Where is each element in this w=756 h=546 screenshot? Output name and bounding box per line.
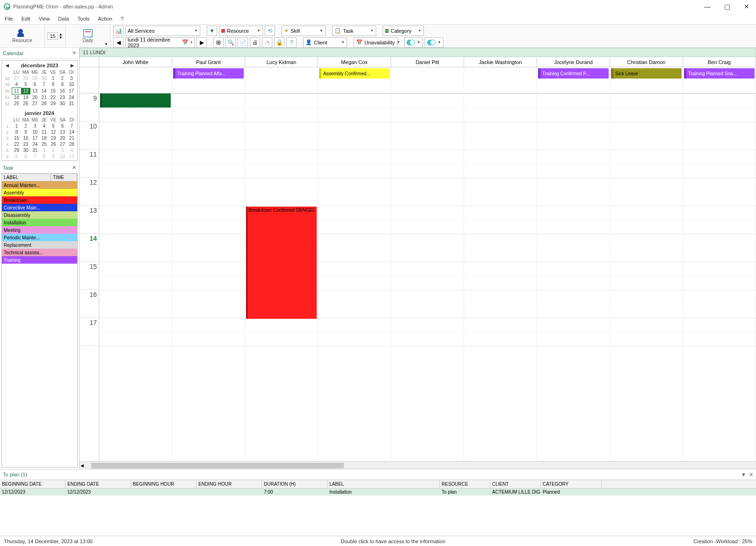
cal-day[interactable]: 11 <box>40 129 49 135</box>
cal-day[interactable]: 4 <box>40 123 49 129</box>
cal-day[interactable]: 21 <box>67 135 76 141</box>
resource-header-cell[interactable]: Paul Grant <box>172 57 245 67</box>
cal-day[interactable]: 6 <box>58 123 67 129</box>
unavailability-dropdown[interactable]: 📅Unavailability▼ <box>354 37 398 48</box>
cal-day[interactable]: 20 <box>30 94 40 101</box>
menu-tools[interactable]: Tools <box>78 16 90 22</box>
cal-day[interactable]: 4 <box>67 147 76 153</box>
toplan-col-header[interactable]: DURATION (H) <box>262 480 327 488</box>
allday-event[interactable]: Training Confirmed P... <box>538 68 609 79</box>
task-item[interactable]: Breakdown <box>2 196 77 204</box>
resource-header-cell[interactable]: Christian Damon <box>610 57 683 67</box>
task-dropdown[interactable]: 📋Task▼ <box>332 26 376 36</box>
cal-day[interactable]: 27 <box>30 101 40 107</box>
cal-day[interactable]: 29 <box>30 75 40 81</box>
next-button[interactable]: ▶ <box>196 37 207 48</box>
toplan-col-header[interactable]: CATEGORY <box>541 480 602 488</box>
minimize-button[interactable]: ― <box>702 3 713 10</box>
cal-day[interactable]: 18 <box>12 94 22 101</box>
menu-help[interactable]: ? <box>121 16 124 22</box>
cal-day[interactable]: 25 <box>40 141 49 147</box>
cal-day[interactable]: 31 <box>67 101 76 107</box>
cal-day[interactable]: 29 <box>49 101 58 107</box>
cal-day[interactable]: 30 <box>58 101 67 107</box>
cal-day[interactable]: 7 <box>67 123 76 129</box>
chart-icon[interactable]: 📊 <box>113 26 124 36</box>
cal-day[interactable]: 9 <box>49 153 58 159</box>
task-item[interactable]: Assembly <box>2 189 77 196</box>
lock-icon[interactable]: 🔒 <box>274 37 284 48</box>
menu-view[interactable]: View <box>39 16 50 22</box>
to-plan-collapse-icon[interactable]: ▼ <box>741 472 746 478</box>
toplan-col-header[interactable]: CLIENT <box>490 480 541 488</box>
task-item[interactable]: Annual Mainten... <box>2 181 77 189</box>
cal-day[interactable]: 28 <box>67 141 76 147</box>
cal-day[interactable]: 3 <box>58 147 67 153</box>
help-icon[interactable]: ? <box>286 37 297 48</box>
cal-day[interactable]: 1 <box>12 123 22 129</box>
menu-action[interactable]: Action <box>98 16 112 22</box>
cal-day[interactable]: 19 <box>21 94 30 101</box>
cal-day[interactable]: 24 <box>67 94 76 101</box>
cal-day[interactable]: 26 <box>49 141 58 147</box>
task-item[interactable]: Replacement <box>2 241 77 249</box>
task-col-label[interactable]: LABEL <box>2 174 51 181</box>
cal-day[interactable]: 26 <box>21 101 30 107</box>
cal-day[interactable]: 16 <box>21 135 30 141</box>
cal-day[interactable]: 1 <box>40 147 49 153</box>
cal-day[interactable]: 25 <box>12 101 22 107</box>
cal-day[interactable]: 13 <box>58 129 67 135</box>
to-plan-close-icon[interactable]: ✕ <box>749 472 753 478</box>
task-close-icon[interactable]: ✕ <box>72 165 76 171</box>
cal-day[interactable]: 2 <box>58 75 67 81</box>
cal-day[interactable]: 20 <box>58 135 67 141</box>
task-col-time[interactable]: TIME <box>51 174 77 181</box>
cal-day[interactable]: 10 <box>58 153 67 159</box>
cal-day[interactable]: 5 <box>49 123 58 129</box>
resource-header-cell[interactable]: Jocelyne Durand <box>537 57 610 67</box>
maximize-button[interactable]: ▢ <box>721 3 733 10</box>
allday-event[interactable]: Sick Leave <box>611 68 682 79</box>
cal-day[interactable]: 30 <box>39 75 49 81</box>
cal-day[interactable]: 16 <box>58 88 67 94</box>
client-dropdown[interactable]: 👤Client▼ <box>303 37 347 48</box>
cal-day[interactable]: 3 <box>67 75 76 81</box>
calendar-close-icon[interactable]: ✕ <box>72 50 76 56</box>
resource-header-cell[interactable]: Lucy Kidman <box>245 57 318 67</box>
cal-day[interactable]: 4 <box>12 81 22 88</box>
cal-day[interactable]: 15 <box>12 135 22 141</box>
cal-day[interactable]: 18 <box>40 135 49 141</box>
cal-day[interactable]: 22 <box>49 94 58 101</box>
spinner-group[interactable]: 15 ▲▼ <box>45 25 65 47</box>
cal-day[interactable]: 6 <box>21 153 30 159</box>
cal-day[interactable]: 1 <box>49 75 58 81</box>
cal-day[interactable]: 8 <box>40 153 49 159</box>
cal-day[interactable]: 23 <box>21 141 30 147</box>
cal-day[interactable]: 2 <box>21 123 30 129</box>
cal-day[interactable]: 10 <box>67 81 76 88</box>
task-item[interactable]: Periodic Mainte... <box>2 234 77 241</box>
print-icon[interactable]: 🖨 <box>250 37 260 48</box>
schedule-event[interactable] <box>100 93 171 108</box>
to-plan-row[interactable]: 12/12/202312/12/20237:00InstallationTo p… <box>0 489 756 496</box>
daily-group[interactable]: Daily ▼ <box>65 25 110 47</box>
cal-day[interactable]: 13 <box>30 88 40 94</box>
spinner-arrows-icon[interactable]: ▲▼ <box>59 33 63 39</box>
allday-event[interactable]: Assembly Confirmed... <box>319 68 390 79</box>
cal-day[interactable]: 9 <box>21 129 30 135</box>
cal-day[interactable]: 22 <box>12 141 22 147</box>
cal-day[interactable]: 10 <box>30 129 40 135</box>
prev-button[interactable]: ◀ <box>113 37 124 48</box>
menu-file[interactable]: File <box>5 16 13 22</box>
grid-icon[interactable]: ⊞ <box>213 37 224 48</box>
cal-day[interactable]: 17 <box>67 88 76 94</box>
task-item[interactable]: Disassembly <box>2 211 77 219</box>
toplan-col-header[interactable]: ENDING HOUR <box>196 480 262 488</box>
cal-day[interactable]: 11 <box>67 153 76 159</box>
toggle-1[interactable]: ▼ <box>404 37 423 48</box>
schedule-event[interactable]: Breakdown Confirmed DENGEL <box>246 207 317 319</box>
cal-day[interactable]: 14 <box>39 88 49 94</box>
cal-day[interactable]: 14 <box>67 129 76 135</box>
cal-prev-icon[interactable]: ◀ <box>4 63 10 68</box>
cal-day[interactable]: 7 <box>39 81 49 88</box>
